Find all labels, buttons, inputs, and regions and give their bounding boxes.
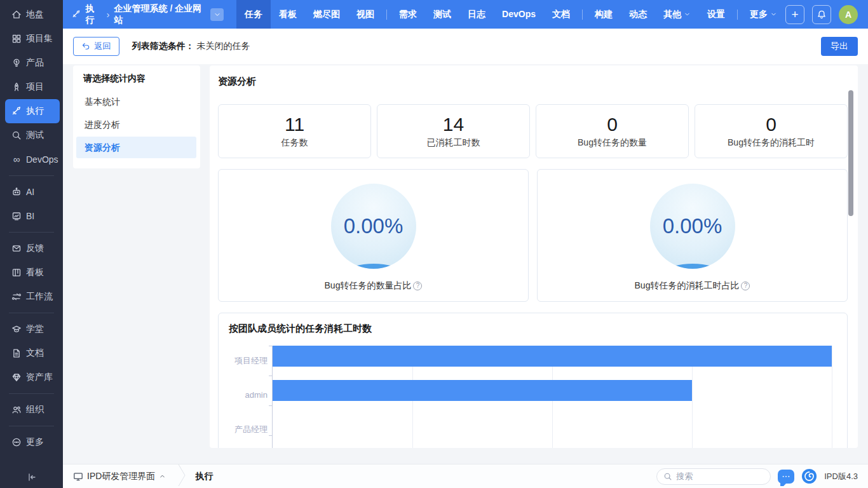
- sidebar-item-bi[interactable]: BI: [5, 204, 60, 228]
- tab-view[interactable]: 视图: [348, 0, 383, 29]
- tab-story[interactable]: 需求: [391, 0, 425, 29]
- stats-option-progress[interactable]: 进度分析: [76, 114, 196, 135]
- sidebar-item-kanban[interactable]: 看板: [5, 261, 60, 285]
- sidebar: 地盘 项目集 产品 项目 执行 测试 ∞ DevOps AI: [0, 0, 63, 488]
- sidebar-item-workflow[interactable]: 工作流: [5, 285, 60, 309]
- bar-row: 产品经理: [273, 414, 832, 444]
- sidebar-item-label: 资产库: [26, 372, 53, 383]
- gauge-card-bug-task-count-ratio: 0.00% Bug转任务的数量占比 ?: [218, 169, 529, 302]
- gauge-cards-row: 0.00% Bug转任务的数量占比 ? 0.00% Bug转任务的消耗工时占比 …: [218, 169, 848, 302]
- sidebar-item-asset[interactable]: 资产库: [5, 365, 60, 390]
- filter-label: 列表筛选条件：: [132, 41, 194, 51]
- back-button[interactable]: 返回: [73, 37, 119, 56]
- chevron-down-icon: [770, 11, 777, 18]
- zentao-logo-icon[interactable]: [801, 468, 817, 484]
- tab-dynamic[interactable]: 动态: [621, 0, 655, 29]
- sidebar-item-project[interactable]: 项目: [5, 75, 60, 99]
- help-icon[interactable]: ?: [741, 281, 750, 290]
- organization-icon: [11, 405, 22, 415]
- test-icon: [11, 130, 22, 140]
- sidebar-item-label: 工作流: [26, 291, 53, 302]
- asset-icon: [11, 372, 22, 383]
- gauge-value: 0.00%: [663, 214, 722, 238]
- sidebar-item-label: 组织: [26, 404, 44, 416]
- create-button[interactable]: +: [785, 5, 804, 24]
- sidebar-collapse-button[interactable]: [0, 471, 63, 483]
- chart-title: 按团队成员统计的任务消耗工时数: [229, 323, 832, 335]
- project-switcher-button[interactable]: [210, 8, 224, 21]
- sidebar-item-label: 文档: [26, 348, 44, 359]
- feedback-icon: [11, 243, 22, 254]
- tab-doc[interactable]: 文档: [544, 0, 578, 29]
- export-button[interactable]: 导出: [821, 37, 858, 56]
- tab-kanban[interactable]: 看板: [271, 0, 305, 29]
- tab-log[interactable]: 日志: [459, 0, 494, 29]
- tab-devops[interactable]: DevOps: [494, 0, 544, 29]
- scrollbar-thumb[interactable]: [848, 90, 853, 216]
- tab-build[interactable]: 构建: [587, 0, 621, 29]
- top-navigation: 执行 › 企业管理系统 / 企业网站 任务 看板 燃尽图 视图 需求 测试 日志…: [63, 0, 868, 29]
- gauge-wave: [348, 264, 400, 269]
- sidebar-item-organization[interactable]: 组织: [5, 398, 60, 422]
- sidebar-item-document[interactable]: 文档: [5, 341, 60, 365]
- tab-separator: [737, 10, 738, 20]
- sidebar-item-devops[interactable]: ∞ DevOps: [5, 147, 60, 172]
- bottom-bar-right: ⋯ IPD版4.3: [656, 468, 858, 485]
- app-window: 地盘 项目集 产品 项目 执行 测试 ∞ DevOps AI: [0, 0, 868, 488]
- sidebar-item-label: 测试: [26, 130, 44, 141]
- resource-analysis-panel: 资源分析 11 任务数 14 已消耗工时数 0 Bug转任务的数量 0 Bug转…: [210, 65, 858, 448]
- stat-value: 0: [607, 114, 618, 136]
- sidebar-item-school[interactable]: 学堂: [5, 317, 60, 341]
- tab-settings[interactable]: 设置: [699, 0, 733, 29]
- chat-feedback-icon[interactable]: ⋯: [778, 470, 794, 484]
- tab-more[interactable]: 更多: [742, 0, 785, 29]
- stats-option-resource[interactable]: 资源分析: [76, 137, 196, 158]
- stat-card-bug-to-task-hours: 0 Bug转任务的消耗工时: [695, 104, 848, 158]
- help-icon[interactable]: ?: [413, 281, 422, 290]
- app-switcher[interactable]: IPD研发管理界面: [73, 471, 166, 482]
- collapse-icon: [26, 471, 37, 483]
- sidebar-item-project-set[interactable]: 项目集: [5, 27, 60, 51]
- product-icon: [11, 58, 22, 68]
- content-area: 请选择统计内容 基本统计 进度分析 资源分析 资源分析 11 任务数 14 已消…: [63, 64, 868, 464]
- avatar[interactable]: A: [839, 5, 858, 24]
- search-input[interactable]: [676, 471, 764, 481]
- gauge-wave: [667, 264, 719, 269]
- sub-header: 返回 列表筛选条件： 未关闭的任务 导出: [63, 29, 868, 64]
- sidebar-item-ai[interactable]: AI: [5, 180, 60, 204]
- notifications-button[interactable]: [812, 5, 831, 24]
- y-axis-label: 产品经理: [224, 414, 268, 444]
- chevron-down-icon: [214, 11, 221, 18]
- bar-project-manager[interactable]: [273, 346, 832, 367]
- tab-other[interactable]: 其他: [655, 0, 699, 29]
- tab-test[interactable]: 测试: [425, 0, 459, 29]
- statistics-menu: 请选择统计内容 基本统计 进度分析 资源分析: [73, 65, 200, 168]
- sidebar-divider: [9, 426, 54, 426]
- sidebar-divider: [9, 232, 54, 233]
- breadcrumb-project[interactable]: 企业管理系统 / 企业网站: [114, 3, 205, 26]
- y-axis-label: 项目经理: [224, 346, 268, 376]
- tab-burndown[interactable]: 燃尽图: [305, 0, 348, 29]
- search-box[interactable]: [656, 468, 771, 485]
- current-page-label: 执行: [195, 471, 213, 482]
- tab-separator: [582, 10, 583, 20]
- breadcrumb-module[interactable]: 执行: [85, 3, 102, 26]
- sidebar-item-product[interactable]: 产品: [5, 51, 60, 75]
- sidebar-item-execution[interactable]: 执行: [5, 99, 60, 123]
- sidebar-item-feedback[interactable]: 反馈: [5, 236, 60, 261]
- stats-option-basic[interactable]: 基本统计: [76, 91, 196, 112]
- sidebar-item-more[interactable]: 更多: [5, 430, 60, 454]
- sidebar-item-label: 项目集: [26, 33, 53, 44]
- app-name: IPD研发管理界面: [87, 471, 155, 482]
- breadcrumb-separator: ›: [107, 9, 110, 20]
- sidebar-item-home[interactable]: 地盘: [5, 3, 60, 27]
- sidebar-divider: [9, 175, 54, 176]
- gauge-label-row: Bug转任务的消耗工时占比 ?: [635, 280, 750, 292]
- sidebar-item-test[interactable]: 测试: [5, 123, 60, 147]
- stat-value: 11: [285, 114, 304, 136]
- ellipsis-icon: ⋯: [782, 471, 790, 481]
- bar-admin[interactable]: [273, 380, 692, 401]
- tab-task[interactable]: 任务: [236, 0, 271, 29]
- chevron-down-icon: [684, 11, 691, 18]
- liquid-gauge: 0.00%: [331, 184, 416, 269]
